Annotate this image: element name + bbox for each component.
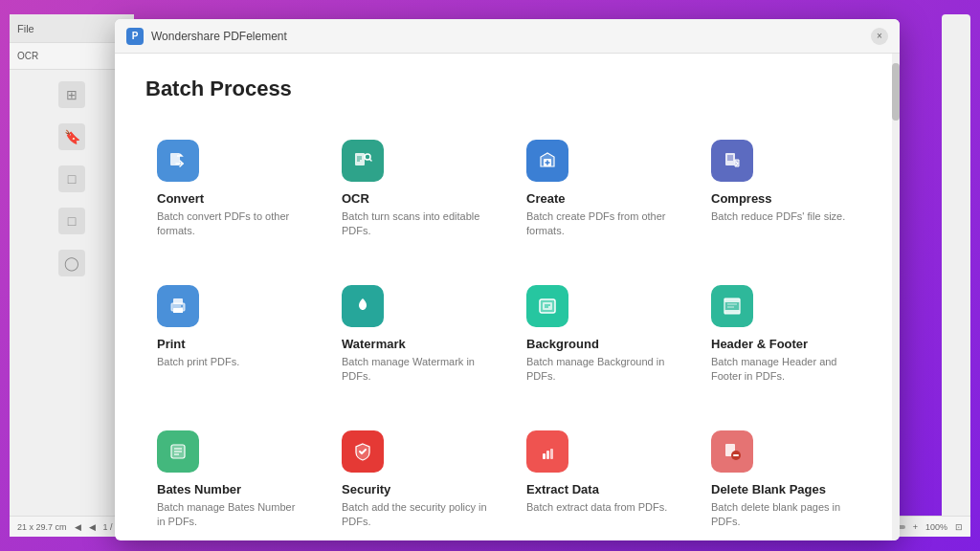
bg-ocr-label[interactable]: OCR: [17, 51, 38, 61]
dialog-content: Batch Process Convert Batch convert PDFs…: [115, 54, 900, 540]
dialog-titlebar: P Wondershare PDFelement ×: [115, 19, 900, 54]
print-icon: [167, 295, 189, 318]
grid-item-watermark[interactable]: Watermark Batch manage Watermark in PDFs…: [330, 270, 500, 396]
ocr-icon: [351, 149, 374, 172]
bates-desc: Batch manage Bates Number in PDFs.: [157, 500, 303, 530]
background-icon-box: [526, 285, 568, 327]
create-desc: Batch create PDFs from other formats.: [526, 209, 673, 239]
background-icon: [536, 295, 559, 318]
print-label: Print: [157, 337, 303, 351]
bates-label: Bates Number: [157, 482, 303, 496]
svg-rect-22: [724, 310, 740, 314]
security-icon: [351, 440, 374, 463]
background-label: Background: [526, 337, 673, 351]
delete-label: Delete Blank Pages: [711, 482, 858, 496]
create-label: Create: [526, 191, 673, 206]
compress-icon-box: [711, 140, 753, 182]
create-icon: [536, 149, 559, 172]
header-footer-icon-box: [711, 285, 753, 327]
grid-item-create[interactable]: Create Batch create PDFs from other form…: [515, 124, 684, 251]
convert-icon: [167, 149, 189, 172]
convert-label: Convert: [157, 191, 303, 206]
grid-item-background[interactable]: Background Batch manage Background in PD…: [515, 270, 684, 396]
compress-label: Compress: [711, 191, 858, 206]
fullscreen-btn[interactable]: ⊡: [955, 522, 963, 532]
grid-item-bates[interactable]: Bates Number Batch manage Bates Number i…: [145, 415, 315, 540]
grid-item-compress[interactable]: Compress Batch reduce PDFs' file size.: [700, 124, 869, 251]
delete-icon-box: [711, 430, 753, 473]
dialog-close-button[interactable]: ×: [871, 28, 888, 45]
svg-rect-14: [173, 308, 183, 313]
batch-grid: Convert Batch convert PDFs to other form…: [145, 124, 869, 540]
watermark-desc: Batch manage Watermark in PDFs.: [342, 355, 488, 385]
page-size-label: 21 x 29.7 cm: [17, 522, 67, 532]
dialog-title-section: P Wondershare PDFelement: [126, 28, 287, 45]
svg-point-15: [181, 305, 183, 307]
sidebar-icon-4[interactable]: □: [58, 208, 85, 234]
convert-desc: Batch convert PDFs to other formats.: [157, 209, 303, 239]
print-icon-box: [157, 285, 199, 327]
sidebar-icon-2[interactable]: 🔖: [58, 123, 85, 150]
svg-rect-29: [543, 453, 546, 459]
desktop: File OCR ⊞ 🔖 □ □ ◯ › 21 x 29.7 cm ◀ ◀ 1 …: [0, 0, 980, 551]
security-icon-box: [342, 430, 384, 473]
delete-blank-icon: [721, 440, 744, 463]
bg-file-menu[interactable]: File: [17, 23, 34, 34]
grid-item-security[interactable]: Security Batch add the security policy i…: [330, 415, 500, 540]
svg-rect-21: [724, 298, 740, 302]
svg-rect-30: [546, 451, 549, 459]
grid-item-extract[interactable]: Extract Data Batch extract data from PDF…: [515, 415, 684, 540]
background-desc: Batch manage Background in PDFs.: [526, 355, 673, 385]
scrollbar-thumb[interactable]: [892, 63, 900, 121]
bates-icon-box: [157, 430, 199, 473]
sidebar-icon-1[interactable]: ⊞: [58, 81, 85, 108]
scrollbar-track: [892, 54, 900, 540]
bg-right-panel: [942, 14, 970, 531]
extract-desc: Batch extract data from PDFs.: [526, 500, 673, 515]
watermark-icon-box: [342, 285, 384, 327]
ocr-icon-box: [342, 140, 384, 182]
dialog-title-text: Wondershare PDFelement: [151, 30, 287, 43]
sidebar-icon-3[interactable]: □: [58, 165, 85, 192]
app-icon: P: [126, 28, 144, 45]
grid-item-ocr[interactable]: OCR Batch turn scans into editable PDFs.: [330, 124, 500, 251]
compress-icon: [721, 149, 744, 172]
sidebar-icon-5[interactable]: ◯: [58, 250, 85, 276]
svg-rect-17: [543, 302, 552, 310]
extract-label: Extract Data: [526, 482, 673, 496]
zoom-level: 100%: [925, 522, 947, 532]
header-footer-label: Header & Footer: [711, 337, 858, 351]
zoom-plus[interactable]: +: [913, 522, 918, 532]
batch-process-dialog: P Wondershare PDFelement × Batch Process: [115, 19, 900, 540]
security-desc: Batch add the security policy in PDFs.: [342, 500, 488, 530]
watermark-icon: [351, 295, 374, 318]
ocr-desc: Batch turn scans into editable PDFs.: [342, 209, 488, 239]
grid-item-header-footer[interactable]: Header & Footer Batch manage Header and …: [700, 270, 869, 396]
grid-item-convert[interactable]: Convert Batch convert PDFs to other form…: [145, 124, 315, 251]
watermark-label: Watermark: [342, 337, 488, 351]
delete-desc: Batch delete blank pages in PDFs.: [711, 500, 858, 530]
bates-icon: [167, 440, 189, 463]
extract-icon: [536, 440, 559, 463]
ocr-label: OCR: [342, 191, 488, 206]
grid-item-delete-blank[interactable]: Delete Blank Pages Batch delete blank pa…: [700, 415, 869, 540]
convert-icon-box: [157, 140, 199, 182]
page-nav[interactable]: ◀: [75, 522, 81, 532]
security-label: Security: [342, 482, 488, 496]
svg-rect-31: [550, 449, 553, 459]
print-desc: Batch print PDFs.: [157, 355, 303, 369]
header-footer-desc: Batch manage Header and Footer in PDFs.: [711, 355, 858, 385]
grid-item-print[interactable]: Print Batch print PDFs.: [145, 270, 315, 396]
header-footer-icon: [721, 295, 744, 318]
extract-icon-box: [526, 430, 568, 473]
create-icon-box: [526, 140, 568, 182]
page-nav2[interactable]: ◀: [89, 522, 96, 532]
batch-process-title: Batch Process: [145, 77, 869, 101]
compress-desc: Batch reduce PDFs' file size.: [711, 209, 858, 224]
